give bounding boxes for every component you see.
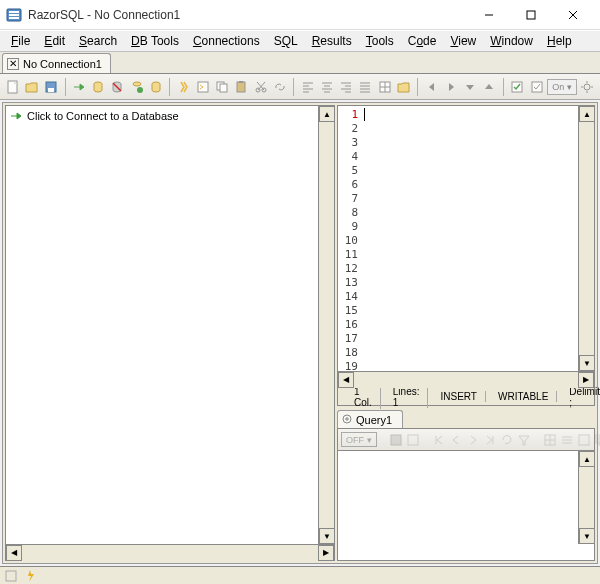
align-center-icon[interactable] xyxy=(318,78,335,96)
svg-line-24 xyxy=(258,82,265,90)
main-toolbar: On ▾ xyxy=(0,74,600,100)
window-title: RazorSQL - No Connection1 xyxy=(28,8,468,22)
scroll-up-icon[interactable]: ▲ xyxy=(579,451,595,467)
line-number: 17 xyxy=(338,332,358,346)
menu-dbtools[interactable]: DB Tools xyxy=(124,32,186,50)
svg-rect-68 xyxy=(6,571,16,581)
line-number: 14 xyxy=(338,290,358,304)
connect-db-icon[interactable] xyxy=(90,78,107,96)
gear-icon[interactable] xyxy=(579,78,596,96)
db-navigator-pane: Click to Connect to a Database ▲ ▼ ◀ ▶ xyxy=(5,105,335,561)
menu-results[interactable]: Results xyxy=(305,32,359,50)
align-left-icon[interactable] xyxy=(299,78,316,96)
status-lines: Lines: 1 xyxy=(393,386,429,408)
save-icon[interactable] xyxy=(42,78,59,96)
left-hscroll[interactable]: ◀ ▶ xyxy=(6,544,334,560)
svg-rect-66 xyxy=(596,435,600,443)
next-icon[interactable] xyxy=(466,431,480,449)
justify-icon[interactable] xyxy=(357,78,374,96)
menu-file[interactable]: File xyxy=(4,32,37,50)
check-icon[interactable] xyxy=(509,78,526,96)
menu-tools[interactable]: Tools xyxy=(359,32,401,50)
folder-icon[interactable] xyxy=(395,78,412,96)
menu-edit[interactable]: Edit xyxy=(37,32,72,50)
status-delimiter: Delimiter: ; xyxy=(569,386,600,408)
line-number: 4 xyxy=(338,150,358,164)
disconnect-icon[interactable] xyxy=(109,78,126,96)
list-icon[interactable] xyxy=(560,431,574,449)
link-icon[interactable] xyxy=(271,78,288,96)
close-button[interactable] xyxy=(552,1,594,29)
document-tab-label: No Connection1 xyxy=(23,58,102,70)
db-refresh-icon[interactable] xyxy=(147,78,164,96)
last-icon[interactable] xyxy=(483,431,497,449)
paste-icon[interactable] xyxy=(233,78,250,96)
arrow-down-icon[interactable] xyxy=(462,78,479,96)
tab-close-icon[interactable]: ✕ xyxy=(7,58,19,70)
scroll-right-icon[interactable]: ▶ xyxy=(578,372,594,388)
menu-help[interactable]: Help xyxy=(540,32,579,50)
svg-rect-56 xyxy=(408,435,418,445)
stop-icon[interactable] xyxy=(528,78,545,96)
query-vscroll[interactable]: ▲ ▼ xyxy=(578,451,594,544)
export-icon[interactable] xyxy=(406,431,420,449)
copy-result-icon[interactable] xyxy=(594,431,600,449)
arrow-left-icon[interactable] xyxy=(423,78,440,96)
save-result-icon[interactable] xyxy=(389,431,403,449)
line-number: 12 xyxy=(338,262,358,276)
svg-line-25 xyxy=(257,82,264,90)
scroll-up-icon[interactable]: ▲ xyxy=(579,106,595,122)
menu-view[interactable]: View xyxy=(443,32,483,50)
status-writable: WRITABLE xyxy=(498,391,557,402)
scroll-down-icon[interactable]: ▼ xyxy=(579,355,595,371)
maximize-button[interactable] xyxy=(510,1,552,29)
execute-script-icon[interactable] xyxy=(194,78,211,96)
scroll-up-icon[interactable]: ▲ xyxy=(319,106,335,122)
editor-vscroll[interactable]: ▲ ▼ xyxy=(578,106,594,371)
connect-to-db-link[interactable]: Click to Connect to a Database xyxy=(9,109,331,123)
first-icon[interactable] xyxy=(432,431,446,449)
line-number: 18 xyxy=(338,346,358,360)
scroll-down-icon[interactable]: ▼ xyxy=(319,528,335,544)
filter-icon[interactable] xyxy=(517,431,531,449)
line-number: 2 xyxy=(338,122,358,136)
grid-icon[interactable] xyxy=(543,431,557,449)
document-tab[interactable]: ✕ No Connection1 xyxy=(2,53,111,73)
table-icon[interactable] xyxy=(376,78,393,96)
arrow-up-icon[interactable] xyxy=(481,78,498,96)
off-toggle[interactable]: OFF ▾ xyxy=(341,432,377,447)
new-file-icon[interactable] xyxy=(4,78,21,96)
svg-rect-19 xyxy=(220,84,227,92)
menu-window[interactable]: Window xyxy=(483,32,540,50)
code-area[interactable] xyxy=(362,106,594,371)
align-right-icon[interactable] xyxy=(338,78,355,96)
copy-icon[interactable] xyxy=(214,78,231,96)
menu-bar: File Edit Search DB Tools Connections SQ… xyxy=(0,30,600,52)
svg-point-47 xyxy=(584,84,590,90)
line-gutter: 123456789101112131415161718192021 xyxy=(338,106,362,371)
scroll-down-icon[interactable]: ▼ xyxy=(579,528,595,544)
refresh-result-icon[interactable] xyxy=(500,431,514,449)
query-tab[interactable]: Query1 xyxy=(337,410,403,428)
menu-search[interactable]: Search xyxy=(72,32,124,50)
menu-sql[interactable]: SQL xyxy=(267,32,305,50)
minimize-button[interactable] xyxy=(468,1,510,29)
connect-icon[interactable] xyxy=(70,78,87,96)
prev-icon[interactable] xyxy=(449,431,463,449)
menu-connections[interactable]: Connections xyxy=(186,32,267,50)
scroll-left-icon[interactable]: ◀ xyxy=(6,545,22,561)
editor-hscroll[interactable]: ◀ ▶ xyxy=(338,371,594,387)
document-tab-row: ✕ No Connection1 xyxy=(0,52,600,74)
left-vscroll[interactable]: ▲ ▼ xyxy=(318,106,334,544)
svg-rect-20 xyxy=(237,82,245,92)
db-settings-icon[interactable] xyxy=(128,78,145,96)
detail-icon[interactable] xyxy=(577,431,591,449)
scroll-left-icon[interactable]: ◀ xyxy=(338,372,354,388)
open-file-icon[interactable] xyxy=(23,78,40,96)
execute-icon[interactable] xyxy=(175,78,192,96)
scroll-right-icon[interactable]: ▶ xyxy=(318,545,334,561)
on-toggle[interactable]: On ▾ xyxy=(547,79,577,95)
arrow-right-icon[interactable] xyxy=(442,78,459,96)
menu-code[interactable]: Code xyxy=(401,32,444,50)
cut-icon[interactable] xyxy=(252,78,269,96)
